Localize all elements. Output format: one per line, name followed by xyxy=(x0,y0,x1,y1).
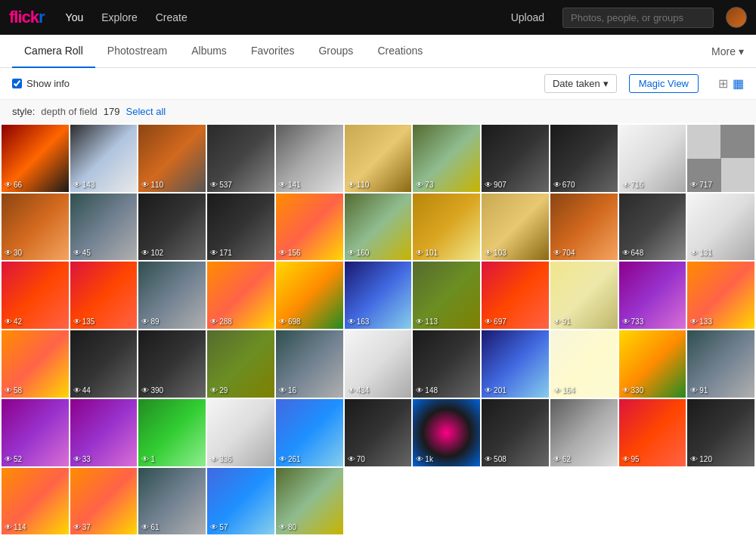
photo-cell[interactable]: 👁 70 xyxy=(345,399,412,466)
photo-cell[interactable]: 👁 508 xyxy=(482,399,549,466)
nav-explore[interactable]: Explore xyxy=(92,0,146,35)
photo-cell[interactable]: 👁 537 xyxy=(207,125,274,192)
list-view-icon[interactable]: ▦ xyxy=(733,76,744,91)
photo-cell[interactable]: 👁 698 xyxy=(276,262,343,329)
photo-cell[interactable]: 👁 45 xyxy=(70,194,138,261)
nav-you[interactable]: You xyxy=(57,0,93,35)
photo-count: 👁 135 xyxy=(73,317,95,326)
photo-cell[interactable]: 👁 261 xyxy=(276,399,343,466)
select-all-link[interactable]: Select all xyxy=(126,106,166,117)
tab-photostream[interactable]: Photostream xyxy=(95,35,179,68)
photo-cell[interactable]: 👁 143 xyxy=(70,125,138,192)
search-input[interactable] xyxy=(562,8,714,28)
photo-cell[interactable]: 👁 1 xyxy=(138,399,206,466)
tab-camera-roll[interactable]: Camera Roll xyxy=(12,35,95,68)
photo-cell[interactable]: 👁 288 xyxy=(207,262,274,329)
photo-cell[interactable]: 👁 101 xyxy=(413,194,480,261)
photo-cell[interactable]: 👁 141 xyxy=(276,125,343,192)
photo-cell[interactable]: 👁 89 xyxy=(138,262,206,329)
photo-cell[interactable]: 👁 1k xyxy=(413,399,480,466)
photo-cell[interactable]: 👁 156 xyxy=(276,194,343,261)
photo-count: 👁 704 xyxy=(553,249,575,257)
eye-icon: 👁 xyxy=(279,455,287,463)
photo-cell[interactable]: 👁 16 xyxy=(276,330,343,398)
photo-cell[interactable]: 👁 66 xyxy=(2,125,69,192)
photo-cell[interactable]: 👁 95 xyxy=(619,399,686,466)
photo-cell[interactable]: 👁 390 xyxy=(138,330,206,398)
photo-cell[interactable]: 👁 201 xyxy=(482,330,549,398)
photo-count: 👁 156 xyxy=(279,249,301,257)
photo-cell[interactable]: 👁 171 xyxy=(207,194,274,261)
eye-icon: 👁 xyxy=(73,181,81,189)
eye-icon: 👁 xyxy=(73,523,81,531)
photo-cell[interactable]: 👁 110 xyxy=(345,125,412,192)
photo-cell[interactable]: 👁 30 xyxy=(2,194,69,261)
photo-cell[interactable]: 👁 80 xyxy=(276,468,343,535)
photo-cell[interactable]: 👁 697 xyxy=(482,262,549,329)
eye-icon: 👁 xyxy=(5,386,12,395)
photo-cell[interactable]: 👁 336 xyxy=(207,399,274,466)
photo-cell[interactable]: 👁 330 xyxy=(619,330,686,398)
show-info-checkbox[interactable] xyxy=(12,79,22,88)
photo-cell[interactable]: 👁 42 xyxy=(2,262,69,329)
photo-cell[interactable]: 👁 148 xyxy=(413,330,480,398)
nav-create[interactable]: Create xyxy=(147,0,197,35)
show-info-label[interactable]: Show info xyxy=(12,78,70,89)
photo-cell[interactable]: 👁 52 xyxy=(2,399,69,466)
photo-cell[interactable]: 👁 133 xyxy=(687,262,754,329)
eye-icon: 👁 xyxy=(553,317,561,326)
photo-cell[interactable]: 👁 716 xyxy=(619,125,686,192)
tab-groups[interactable]: Groups xyxy=(306,35,365,68)
grid-view-icon[interactable]: ⊞ xyxy=(718,76,728,91)
tab-creations[interactable]: Creations xyxy=(365,35,435,68)
magic-view-button[interactable]: Magic View xyxy=(629,74,699,93)
photo-cell[interactable]: 👁 717 xyxy=(687,125,754,192)
photo-cell[interactable]: 👁 135 xyxy=(70,262,138,329)
photo-cell[interactable]: 👁 670 xyxy=(550,125,618,192)
photo-cell[interactable]: 👁 648 xyxy=(619,194,686,261)
eye-icon: 👁 xyxy=(690,249,698,257)
photo-cell[interactable]: 👁 57 xyxy=(207,468,274,535)
more-button[interactable]: More ▾ xyxy=(711,45,744,57)
photo-cell[interactable]: 👁 103 xyxy=(482,194,549,261)
photo-cell[interactable]: 👁 102 xyxy=(138,194,206,261)
photo-cell[interactable]: 👁 131 xyxy=(687,194,754,261)
photo-cell[interactable]: 👁 733 xyxy=(619,262,686,329)
photo-cell[interactable]: 👁 907 xyxy=(482,125,549,192)
photo-count: 👁 1k xyxy=(416,455,433,463)
photo-cell[interactable]: 👁 110 xyxy=(138,125,206,192)
photo-cell[interactable]: 👁 73 xyxy=(413,125,480,192)
photo-cell[interactable]: 👁 120 xyxy=(687,399,754,466)
photo-cell[interactable]: 👁 91 xyxy=(687,330,754,398)
date-sort-dropdown[interactable]: Date taken ▾ xyxy=(544,74,617,93)
photo-cell[interactable]: 👁 160 xyxy=(345,194,412,261)
photo-cell[interactable]: 👁 163 xyxy=(345,262,412,329)
eye-icon: 👁 xyxy=(485,317,492,326)
photo-cell[interactable]: 👁 62 xyxy=(550,399,618,466)
photo-cell[interactable]: 👁 704 xyxy=(550,194,618,261)
photo-cell[interactable]: 👁 44 xyxy=(70,330,138,398)
photo-cell[interactable]: 👁 113 xyxy=(413,262,480,329)
photo-cell[interactable]: 👁 29 xyxy=(207,330,274,398)
eye-icon: 👁 xyxy=(141,181,149,189)
avatar[interactable] xyxy=(726,7,747,28)
style-prefix: style: xyxy=(12,106,35,117)
photo-count: 👁 57 xyxy=(210,523,228,531)
photo-count: 👁 261 xyxy=(279,455,301,463)
photo-cell[interactable]: 👁 164 xyxy=(550,330,618,398)
photo-cell[interactable]: 👁 37 xyxy=(70,468,138,535)
eye-icon: 👁 xyxy=(73,249,81,257)
eye-icon: 👁 xyxy=(5,455,12,463)
eye-icon: 👁 xyxy=(348,249,355,257)
photo-cell[interactable]: 👁 33 xyxy=(70,399,138,466)
photo-cell[interactable]: 👁 58 xyxy=(2,330,69,398)
photo-cell[interactable]: 👁 434 xyxy=(345,330,412,398)
upload-button[interactable]: Upload xyxy=(505,11,550,23)
tab-albums[interactable]: Albums xyxy=(179,35,239,68)
photo-cell[interactable]: 👁 91 xyxy=(550,262,618,329)
flickr-logo: flickr xyxy=(9,8,45,27)
photo-cell[interactable]: 👁 114 xyxy=(2,468,69,535)
tab-favorites[interactable]: Favorites xyxy=(239,35,307,68)
photo-count: 👁 45 xyxy=(73,249,91,257)
photo-cell[interactable]: 👁 61 xyxy=(138,468,206,535)
